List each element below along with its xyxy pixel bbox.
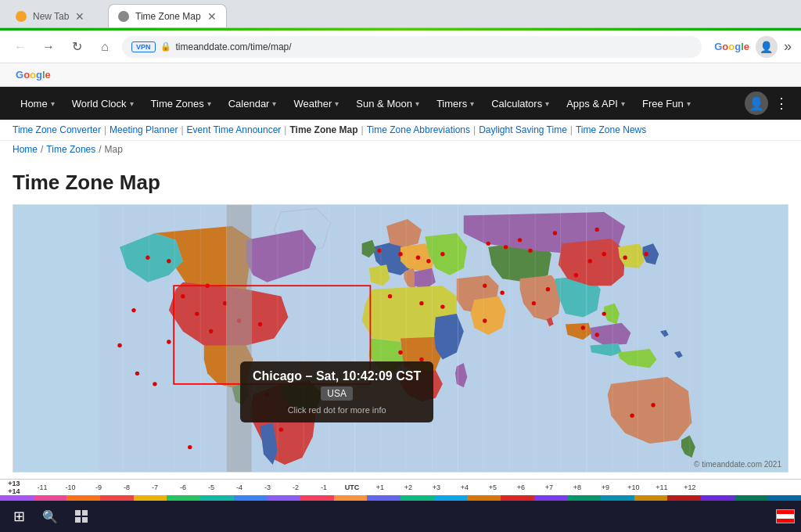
nav-timers-arrow: ▾ (470, 99, 474, 108)
city-dot[interactable] (426, 259, 430, 263)
city-dot[interactable] (258, 322, 262, 326)
city-dot[interactable] (153, 382, 156, 386)
nav-sun-moon[interactable]: Sun & Moon ▾ (348, 87, 427, 120)
google-bookmark-logo: Google (16, 69, 51, 81)
city-dot[interactable] (167, 259, 171, 263)
nav-weather[interactable]: Weather ▾ (286, 87, 347, 120)
tab-close-active[interactable]: ✕ (207, 10, 217, 23)
user-account-icon[interactable]: 👤 (745, 92, 768, 115)
utc-label-5: -5 (197, 483, 225, 491)
profile-button[interactable]: 👤 (756, 36, 778, 58)
city-dot[interactable] (388, 294, 392, 298)
world-map-svg[interactable] (13, 205, 788, 472)
language-flag[interactable] (776, 509, 795, 523)
city-dot[interactable] (588, 259, 592, 263)
nav-calculators[interactable]: Calculators ▾ (483, 87, 557, 120)
city-dot[interactable] (546, 287, 550, 291)
forward-button[interactable]: → (38, 36, 59, 58)
city-dot[interactable] (440, 252, 444, 256)
city-dot[interactable] (581, 325, 585, 329)
city-dot[interactable] (416, 256, 420, 260)
city-dot[interactable] (398, 252, 402, 256)
utc-label-p1: +1 (366, 483, 394, 491)
utc-label-p3: +3 (422, 483, 451, 491)
city-dot[interactable] (195, 311, 199, 315)
nav-calculators-arrow: ▾ (545, 99, 549, 108)
city-dot[interactable] (398, 350, 402, 354)
city-dot[interactable] (486, 242, 490, 246)
city-dot[interactable] (623, 256, 627, 260)
breadcrumb-path-time-zones[interactable]: Time Zones (46, 144, 95, 155)
browser-frame: New Tab ✕ Time Zone Map ✕ ← → ↻ ⌂ VPN 🔒 … (0, 0, 801, 532)
city-dot[interactable] (131, 308, 135, 312)
tooltip-hint: Click red dot for more info (253, 405, 421, 415)
nav-free-fun-arrow: ▾ (687, 99, 691, 108)
nav-time-zones-arrow: ▾ (207, 99, 211, 108)
city-dot[interactable] (188, 445, 192, 449)
breadcrumb-daylight-saving[interactable]: Daylight Saving Time (479, 124, 567, 135)
nav-world-clock[interactable]: World Clock ▾ (64, 87, 142, 120)
breadcrumb-path-home[interactable]: Home (13, 144, 38, 155)
city-dot[interactable] (419, 301, 423, 305)
city-dot[interactable] (440, 304, 444, 308)
tab-close-inactive[interactable]: ✕ (75, 10, 84, 23)
reload-button[interactable]: ↻ (66, 36, 88, 58)
breadcrumb-time-zone-converter[interactable]: Time Zone Converter (13, 124, 101, 135)
city-dot[interactable] (630, 414, 634, 418)
city-dot[interactable] (602, 311, 606, 315)
city-dot[interactable] (528, 249, 532, 253)
tab-favicon-active (118, 11, 129, 22)
breadcrumb-event-time-announcer[interactable]: Event Time Announcer (187, 124, 282, 135)
city-dot[interactable] (167, 340, 171, 343)
tab-inactive[interactable]: New Tab ✕ (6, 5, 108, 27)
city-dot[interactable] (553, 231, 557, 235)
page-content: Home ▾ World Clock ▾ Time Zones ▾ Calend… (0, 87, 801, 501)
utc-color-bar (0, 495, 801, 501)
nav-home[interactable]: Home ▾ (13, 87, 63, 120)
city-dot[interactable] (279, 427, 283, 431)
city-dot[interactable] (602, 252, 606, 256)
nav-sun-moon-label: Sun & Moon (356, 98, 412, 110)
breadcrumb-meeting-planner[interactable]: Meeting Planner (110, 124, 178, 135)
tab-active-label: Time Zone Map (135, 11, 201, 22)
nav-calendar[interactable]: Calendar ▾ (221, 87, 285, 120)
utc-label-6: -6 (169, 483, 197, 491)
city-dot[interactable] (135, 372, 139, 376)
svg-rect-24 (75, 510, 81, 516)
city-dot[interactable] (651, 403, 655, 407)
city-dot[interactable] (595, 228, 599, 232)
start-button[interactable]: ⊞ (6, 504, 31, 529)
utc-label-p6: +6 (507, 483, 535, 491)
utc-label-p7: +7 (535, 483, 563, 491)
search-button[interactable]: 🔍 (38, 504, 63, 529)
nav-time-zones[interactable]: Time Zones ▾ (143, 87, 219, 120)
city-dot[interactable] (504, 245, 508, 249)
more-button[interactable]: » (784, 38, 792, 55)
bookmark-google[interactable]: Google (9, 69, 51, 81)
map-container[interactable]: Chicago – Sat, 10:42:09 CST USA Click re… (13, 204, 788, 473)
breadcrumb-links-bar: Time Zone Converter | Meeting Planner | … (0, 120, 801, 141)
task-view-button[interactable] (69, 504, 94, 529)
bookmarks-bar: Google (0, 63, 801, 87)
google-account-button[interactable]: Google (708, 41, 749, 52)
city-dot[interactable] (644, 252, 648, 256)
utc-label-p11: +11 (648, 483, 676, 491)
city-dot[interactable] (595, 332, 599, 336)
city-dot[interactable] (117, 343, 121, 347)
city-dot[interactable] (518, 238, 522, 242)
city-dot[interactable] (574, 273, 578, 277)
tab-active[interactable]: Time Zone Map ✕ (108, 4, 227, 27)
nav-apps-api[interactable]: Apps & API ▾ (559, 87, 633, 120)
back-button[interactable]: ← (9, 36, 31, 58)
breadcrumb-time-zone-abbreviations[interactable]: Time Zone Abbreviations (367, 124, 470, 135)
nav-timers[interactable]: Timers ▾ (429, 87, 482, 120)
city-dot[interactable] (181, 294, 185, 298)
nav-more-icon[interactable]: ⋮ (774, 95, 788, 112)
url-bar[interactable]: VPN 🔒 timeanddate.com/time/map/ (122, 36, 702, 58)
city-dot[interactable] (500, 290, 504, 294)
breadcrumb-time-zone-news[interactable]: Time Zone News (576, 124, 646, 135)
page-title: Time Zone Map (13, 171, 788, 195)
nav-free-fun[interactable]: Free Fun ▾ (634, 87, 699, 120)
home-button[interactable]: ⌂ (94, 36, 116, 58)
city-dot[interactable] (209, 329, 213, 333)
